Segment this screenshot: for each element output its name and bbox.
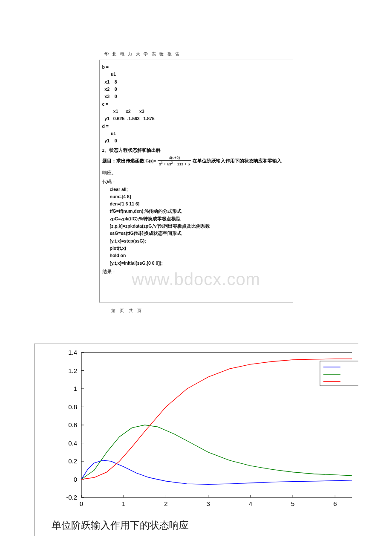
svg-text:0: 0	[73, 476, 77, 483]
matrix-c-header: x1 x2 x3	[102, 108, 290, 115]
response-label: 响应。	[102, 169, 290, 177]
svg-text:-0.2: -0.2	[66, 494, 77, 501]
problem-line: 题目：求出传递函数 G(s)= 4(s+2) s3 + 6s2 + 11s + …	[102, 156, 290, 166]
svg-text:3: 3	[206, 500, 210, 507]
matrix-b-row3: x3 0	[102, 93, 290, 100]
report-page: 华 北 电 力 大 学 实 验 报 告 b = u1 x1 8 x2 0 x3 …	[99, 51, 293, 314]
code-line-4: tfG=tf(num,den);%传函的分式形式	[102, 208, 290, 215]
figure-caption: 单位阶跃输入作用下的状态响应	[35, 515, 358, 536]
code-line-6: [z,p,k]=zpkdata(zpG,'v')%列出零极点及比例系数	[102, 223, 290, 230]
matrix-d-eq: d =	[102, 123, 290, 130]
svg-text:0.4: 0.4	[68, 439, 77, 447]
code-line-1: clear all;	[102, 186, 290, 193]
matrix-c-row1: y1 0.625 -1.563 1.875	[102, 115, 290, 122]
transfer-function-fraction: 4(s+2) s3 + 6s2 + 11s + 6	[158, 156, 191, 166]
matrix-d-row1: y1 0	[102, 137, 290, 145]
report-footer: 第 页 共 页	[111, 308, 293, 314]
svg-text:0.6: 0.6	[68, 421, 77, 428]
matrix-b-row1: x1 8	[102, 78, 290, 86]
den-rest: + 11s + 6	[173, 162, 190, 166]
state-response-chart: -0.200.20.40.60.811.21.40123456	[35, 344, 358, 515]
svg-text:1.2: 1.2	[68, 367, 77, 374]
code-line-7: ssG=ss(tfG)%转换成状态空间形式	[102, 230, 290, 237]
matrix-b-eq: b =	[102, 64, 290, 71]
matrix-c-eq: c =	[102, 101, 290, 108]
svg-text:0: 0	[79, 500, 83, 507]
fraction-numerator: 4(s+2)	[158, 156, 191, 161]
problem-prefix: 题目：求出传递函数 G(s)=	[102, 157, 156, 165]
matrix-d-header: u1	[102, 130, 290, 137]
chart-svg: -0.200.20.40.60.811.21.40123456	[35, 344, 358, 515]
svg-text:2: 2	[164, 500, 167, 507]
code-line-5: zpG=zpk(tfG);%转换成零极点模型	[102, 215, 290, 223]
svg-text:4: 4	[248, 500, 252, 507]
section-2-title: 2、状态方程状态解和输出解	[102, 146, 290, 154]
svg-text:6: 6	[333, 500, 337, 507]
code-line-9: plot(t,x)	[102, 245, 290, 252]
report-header: 华 北 电 力 大 学 实 验 报 告	[104, 51, 293, 57]
svg-text:5: 5	[291, 500, 294, 507]
svg-rect-35	[320, 361, 358, 386]
code-line-3: den=[1 6 11 6]	[102, 200, 290, 208]
code-line-10: hold on	[102, 252, 290, 259]
code-line-11: [y,t,x]=initial(ssG,[0 0 0]);	[102, 260, 290, 267]
result-label: 结果：	[102, 268, 290, 276]
report-box: b = u1 x1 8 x2 0 x3 0 c = x1 x2 x3 y1 0.…	[99, 60, 293, 303]
svg-text:0.2: 0.2	[68, 457, 77, 465]
code-line-8: [y,t,x]=step(ssG);	[102, 237, 290, 245]
matrix-b-row2: x2 0	[102, 86, 290, 93]
code-label: 代码：	[102, 178, 290, 186]
svg-text:1: 1	[122, 500, 125, 507]
den-6s: + 6s	[163, 162, 171, 166]
fraction-denominator: s3 + 6s2 + 11s + 6	[158, 161, 191, 166]
svg-text:0.8: 0.8	[68, 403, 77, 410]
problem-suffix: 在单位阶跃输入作用下的状态响应和零输入	[193, 157, 282, 165]
matrix-b-header: u1	[102, 71, 290, 78]
code-line-2: num=[4 8]	[102, 193, 290, 200]
svg-text:1.4: 1.4	[68, 349, 77, 356]
figure-container: -0.200.20.40.60.811.21.40123456 单位阶跃输入作用…	[34, 344, 358, 536]
svg-text:1: 1	[73, 385, 77, 392]
